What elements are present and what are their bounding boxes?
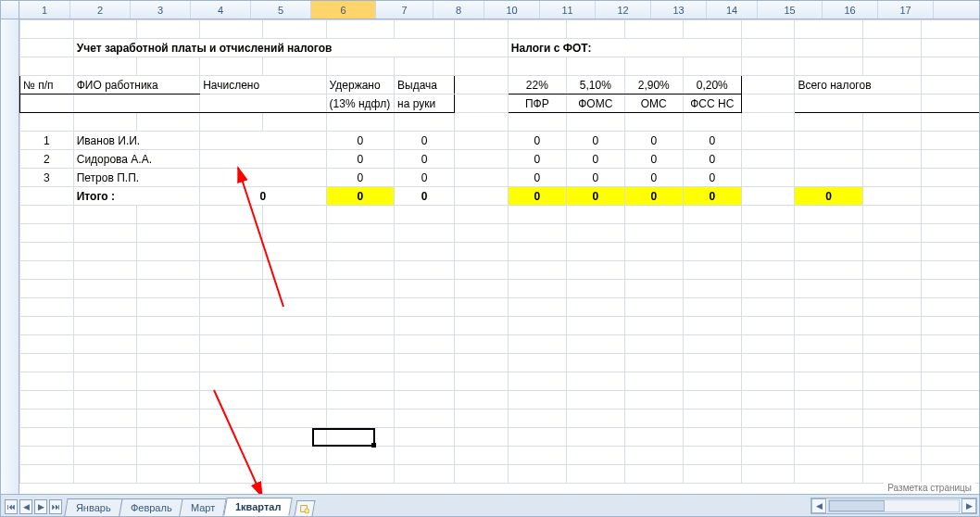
tax-name-1: ФОМС xyxy=(566,95,624,113)
tax-rate-3: 0,20% xyxy=(683,76,741,95)
title-main: Учет заработной платы и отчислений налог… xyxy=(73,39,454,57)
column-header[interactable]: 5 xyxy=(251,1,311,19)
column-header[interactable]: 13 xyxy=(651,1,707,19)
tab-nav-prev[interactable]: ◀ xyxy=(19,499,32,514)
sheet-tab-bar: ⏮ ◀ ▶ ⏭ Январь Февраль Март 1квартал ◀ ▶ xyxy=(1,494,979,516)
column-header[interactable]: 14 xyxy=(707,1,758,19)
sheet-tab[interactable]: Март xyxy=(180,498,228,516)
column-header[interactable]: 2 xyxy=(70,1,131,19)
column-header-row: 123456781011121314151617 xyxy=(1,1,979,19)
select-all-corner[interactable] xyxy=(1,1,19,19)
row-header-strip[interactable] xyxy=(1,19,19,494)
scroll-track[interactable] xyxy=(828,499,960,512)
totals-row: Итого : 0 0 0 0 0 0 0 0 xyxy=(20,187,980,206)
tab-nav-buttons: ⏮ ◀ ▶ ⏭ xyxy=(1,499,66,516)
tab-nav-first[interactable]: ⏮ xyxy=(5,499,18,514)
scroll-thumb[interactable] xyxy=(829,500,885,511)
svg-point-3 xyxy=(305,509,309,513)
spreadsheet-window: 123456781011121314151617 xyxy=(0,0,980,517)
horizontal-scrollbar[interactable]: ◀ ▶ xyxy=(810,498,977,514)
tax-rate-2: 2,90% xyxy=(624,76,683,95)
column-header[interactable]: 15 xyxy=(758,1,823,19)
scroll-right-button[interactable]: ▶ xyxy=(961,498,976,513)
table-row: 1 Иванов И.И. 0 0 0 0 0 0 xyxy=(20,132,980,150)
hdr-payout-1: Выдача xyxy=(395,76,455,95)
sheet-tab[interactable]: 1квартал xyxy=(223,498,293,516)
hdr-fio: ФИО работника xyxy=(73,76,199,95)
grid-area: Учет заработной платы и отчислений налог… xyxy=(1,19,979,494)
tab-nav-next[interactable]: ▶ xyxy=(34,499,47,514)
column-header[interactable]: 6 xyxy=(311,1,376,19)
column-header[interactable]: 12 xyxy=(596,1,651,19)
column-header[interactable]: 10 xyxy=(484,1,540,19)
hdr-accrued: Начислено xyxy=(200,76,326,95)
tax-name-2: ОМС xyxy=(624,95,683,113)
status-hint: Разметка страницы xyxy=(884,482,975,494)
column-header[interactable]: 7 xyxy=(376,1,433,19)
column-header[interactable]: 1 xyxy=(19,1,70,19)
new-sheet-button[interactable] xyxy=(295,500,316,516)
column-header[interactable]: 3 xyxy=(131,1,191,19)
tab-nav-last[interactable]: ⏭ xyxy=(49,499,62,514)
table-row: 3 Петров П.П. 0 0 0 0 0 0 xyxy=(20,169,980,187)
title-taxes: Налоги с ФОТ: xyxy=(508,39,741,57)
hdr-npp: № п/п xyxy=(20,76,74,95)
hdr-payout-2: на руки xyxy=(395,95,455,113)
hdr-withheld-1: Удержано xyxy=(326,76,394,95)
sheet-tab[interactable]: Февраль xyxy=(119,498,183,516)
hdr-withheld-2: (13% ндфл) xyxy=(326,95,394,113)
hdr-totaltax: Всего налогов xyxy=(795,76,921,95)
column-header[interactable]: 17 xyxy=(878,1,934,19)
tax-rate-0: 22% xyxy=(508,76,566,95)
column-header[interactable]: 8 xyxy=(433,1,484,19)
column-header[interactable]: 4 xyxy=(191,1,251,19)
table-row: 2 Сидорова А.А. 0 0 0 0 0 0 xyxy=(20,150,980,169)
tax-name-0: ПФР xyxy=(508,95,566,113)
column-header[interactable]: 16 xyxy=(823,1,878,19)
sheet-tabs: Январь Февраль Март 1квартал xyxy=(66,498,314,516)
cell-grid[interactable]: Учет заработной платы и отчислений налог… xyxy=(19,19,979,494)
tax-rate-1: 5,10% xyxy=(566,76,624,95)
sheet-tab[interactable]: Январь xyxy=(64,498,122,516)
column-header[interactable]: 11 xyxy=(540,1,596,19)
scroll-left-button[interactable]: ◀ xyxy=(811,498,826,513)
tax-name-3: ФСС НС xyxy=(683,95,741,113)
